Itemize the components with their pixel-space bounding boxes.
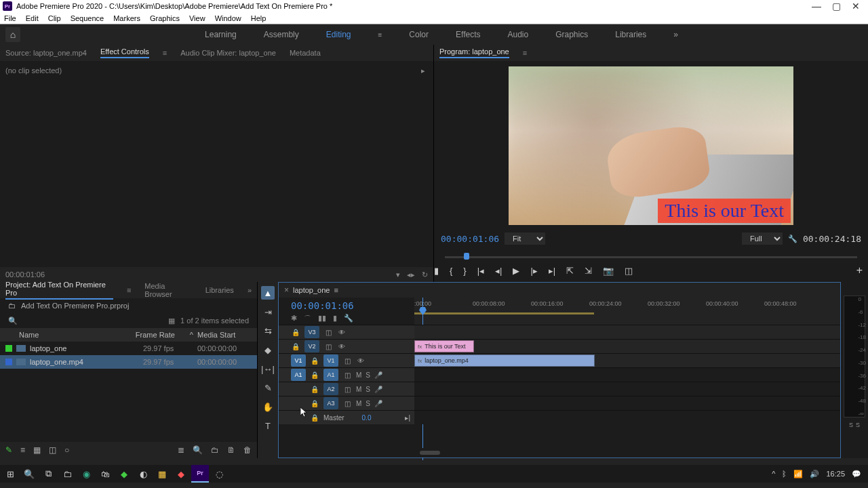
tray-volume-icon[interactable]: 🔊	[810, 470, 819, 479]
step-back-icon[interactable]: ◂|	[495, 266, 502, 276]
lock-icon[interactable]: 🔒	[310, 400, 319, 407]
menu-help[interactable]: Help	[251, 14, 267, 22]
tab-audio-mixer[interactable]: Audio Clip Mixer: laptop_one	[180, 49, 276, 57]
lock-icon[interactable]: 🔒	[310, 371, 319, 379]
tab-libraries[interactable]: Libraries	[205, 286, 234, 294]
find-icon[interactable]: 🔍	[193, 445, 203, 455]
col-media-start[interactable]: Media Start	[197, 331, 252, 339]
new-item-icon[interactable]: 🗎	[227, 445, 235, 455]
step-back-icon[interactable]: ◂▸	[407, 270, 415, 279]
export-frame-icon[interactable]: 📷	[603, 266, 614, 276]
close-sequence-icon[interactable]: ×	[284, 285, 289, 295]
freeform-view-icon[interactable]: ◫	[49, 445, 56, 455]
go-to-in-icon[interactable]: |◂	[477, 266, 484, 276]
marker-icon[interactable]: ▮	[434, 266, 439, 276]
track-select-tool[interactable]: ⇥	[261, 305, 275, 319]
minimize-button[interactable]: —	[812, 1, 821, 12]
icon-view-icon[interactable]: ▦	[33, 445, 41, 455]
zoom-thumb[interactable]	[420, 451, 440, 455]
mute-button[interactable]: M	[356, 371, 361, 379]
expand-icon[interactable]: ▸|	[405, 414, 410, 422]
col-frame-rate[interactable]: Frame Rate	[136, 331, 190, 339]
menu-clip[interactable]: Clip	[48, 14, 61, 22]
voiceover-icon[interactable]: 🎤	[374, 400, 382, 407]
lock-icon[interactable]: 🔒	[310, 386, 319, 393]
bin-view-icon[interactable]: ▦	[168, 317, 175, 325]
menu-edit[interactable]: Edit	[26, 14, 39, 22]
menu-markers[interactable]: Markers	[113, 14, 140, 22]
pen-tool[interactable]: ✎	[261, 381, 275, 394]
track-target[interactable]: A2	[323, 383, 338, 395]
mute-button[interactable]: M	[356, 386, 361, 393]
timeline-clip-video[interactable]: fxlaptop_one.mp4	[414, 354, 595, 367]
settings-icon[interactable]: 🔧	[788, 235, 797, 243]
timeline-settings-icon[interactable]: 🔧	[344, 314, 353, 324]
project-item[interactable]: laptop_one 29.97 fps 00:00:00:00	[0, 342, 257, 355]
track-target[interactable]: V3	[304, 326, 319, 338]
chrome-icon[interactable]: ◐	[134, 465, 152, 483]
search-button[interactable]: 🔍	[20, 465, 38, 483]
slip-tool[interactable]: |↔|	[261, 362, 275, 375]
zoom-slider[interactable]: ○	[64, 445, 69, 455]
track-a2[interactable]: 🔒A2◫MS🎤	[279, 382, 840, 396]
tab-program[interactable]: Program: laptop_one	[439, 47, 509, 58]
lock-icon[interactable]: 🔒	[310, 357, 319, 365]
sequence-name[interactable]: laptop_one	[293, 286, 330, 294]
app-icon[interactable]: ◆	[115, 465, 133, 483]
selection-tool[interactable]: ▲	[261, 286, 275, 300]
work-area-bar[interactable]	[414, 312, 594, 314]
track-v1[interactable]: V1🔒V1◫👁 fxlaptop_one.mp4	[279, 353, 840, 367]
lift-icon[interactable]: ⇱	[566, 266, 574, 276]
menu-graphics[interactable]: Graphics	[150, 14, 180, 22]
step-forward-icon[interactable]: |▸	[530, 266, 537, 276]
sort-icon[interactable]: ^	[190, 331, 193, 339]
comparison-icon[interactable]: ◫	[625, 266, 633, 276]
tab-source[interactable]: Source: laptop_one.mp4	[5, 49, 87, 57]
close-button[interactable]: ✕	[852, 1, 860, 12]
menu-sequence[interactable]: Sequence	[71, 14, 104, 22]
track-target[interactable]: A1	[323, 369, 338, 381]
quality-select[interactable]: Full	[742, 232, 783, 245]
panel-menu-icon[interactable]: ≡	[523, 49, 527, 57]
menu-window[interactable]: Window	[215, 14, 241, 22]
add-marker-icon[interactable]: ▮	[333, 314, 337, 324]
ripple-tool[interactable]: ⇆	[261, 324, 275, 338]
tray-bluetooth-icon[interactable]: ᛒ	[782, 470, 787, 478]
timeline-clip-text[interactable]: fxThis is our Text	[414, 340, 474, 352]
sync-lock-icon[interactable]: ◫	[342, 386, 352, 393]
workspace-color[interactable]: Color	[409, 30, 429, 39]
toggle-output-icon[interactable]: 👁	[337, 329, 347, 336]
track-v2[interactable]: 🔒V2◫👁 fxThis is our Text	[279, 339, 840, 353]
home-button[interactable]: ⌂	[5, 27, 20, 42]
mute-button[interactable]: M	[356, 400, 361, 407]
label-swatch[interactable]	[5, 345, 12, 352]
label-swatch[interactable]	[5, 359, 12, 365]
solo-button[interactable]: S	[366, 386, 370, 393]
master-value[interactable]: 0.0	[362, 414, 372, 422]
voiceover-icon[interactable]: 🎤	[374, 386, 382, 393]
tab-project[interactable]: Project: Add Text On Premiere Pro	[5, 281, 113, 300]
list-view-icon[interactable]: ≡	[20, 445, 25, 455]
workspace-editing[interactable]: Editing	[326, 30, 351, 39]
task-view-button[interactable]: ⧉	[39, 465, 57, 483]
solo-button[interactable]: S	[366, 371, 370, 379]
timeline-zoom-scroll[interactable]	[279, 448, 840, 458]
project-item[interactable]: laptop_one.mp4 29.97 fps 00:00:00:00	[0, 355, 257, 369]
out-point-icon[interactable]: }	[463, 266, 466, 276]
panel-menu-icon[interactable]: ≡	[334, 286, 338, 294]
add-button-icon[interactable]: +	[856, 264, 863, 277]
tab-media-browser[interactable]: Media Browser	[144, 282, 191, 298]
source-timecode[interactable]: 00:00:01:06	[5, 270, 396, 279]
toggle-output-icon[interactable]: 👁	[337, 343, 347, 350]
go-to-out-icon[interactable]: ▸|	[549, 266, 555, 276]
store-icon[interactable]: 🛍	[96, 465, 114, 483]
sync-lock-icon[interactable]: ◫	[323, 343, 333, 350]
workspace-audio[interactable]: Audio	[507, 30, 528, 39]
play-button[interactable]: ▶	[513, 266, 519, 276]
in-point-icon[interactable]: {	[450, 266, 452, 276]
time-ruler[interactable]: :00:00 00:00:08:00 00:00:16:00 00:00:24:…	[414, 298, 840, 325]
solo-button[interactable]: S	[366, 400, 370, 407]
workspace-assembly[interactable]: Assembly	[264, 30, 299, 39]
tab-effect-controls[interactable]: Effect Controls	[100, 47, 149, 58]
search-icon[interactable]: 🔍	[8, 317, 18, 325]
